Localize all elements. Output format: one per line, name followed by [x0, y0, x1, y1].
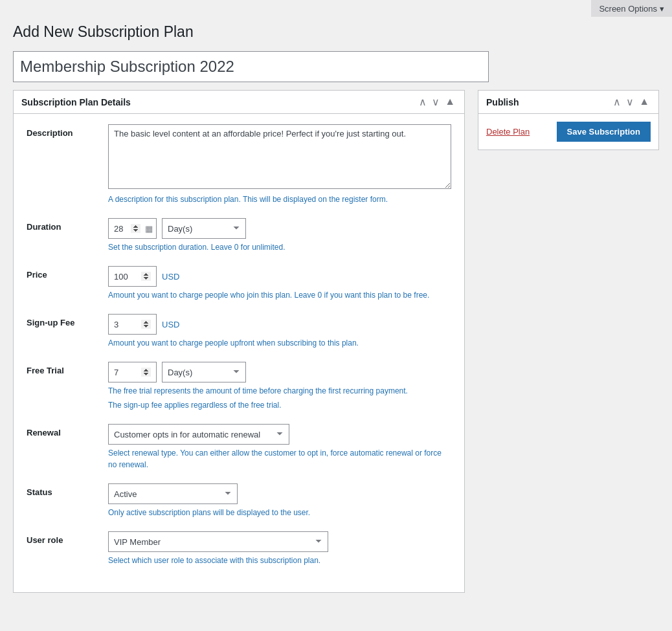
top-bar: Screen Options ▾ — [0, 0, 672, 17]
status-row: Status Active Inactive Only active subsc… — [27, 483, 451, 518]
signup-fee-row: Sign-up Fee USD Amount you want to charg… — [27, 314, 451, 349]
renewal-select[interactable]: Customer opts in for automatic renewal F… — [108, 424, 289, 445]
signup-fee-currency: USD — [162, 320, 179, 329]
page-wrap: Add New Subscription Plan Subscription P… — [0, 17, 672, 606]
price-currency: USD — [162, 272, 179, 282]
publish-body: Delete Plan Save Subscription — [478, 114, 658, 149]
panel-body: Description The basic level content at a… — [14, 114, 464, 592]
page-title: Add New Subscription Plan — [13, 23, 659, 41]
user-role-label: User role — [27, 531, 98, 545]
status-label: Status — [27, 483, 98, 497]
sidebar-column: Publish ∧ ∨ ▲ Delete Plan Save Subscript… — [478, 90, 659, 150]
toggle-icon[interactable]: ▲ — [443, 96, 456, 108]
description-label: Description — [27, 124, 98, 138]
duration-control: ▦ Day(s) Week(s) Month(s) Year(s) Set th… — [108, 218, 451, 253]
renewal-row: Renewal Customer opts in for automatic r… — [27, 424, 451, 470]
free-trial-label: Free Trial — [27, 362, 98, 375]
duration-row: Duration ▦ Day(s) Week(s) Mont — [27, 218, 451, 253]
price-control: USD Amount you want to charge people who… — [108, 266, 451, 301]
duration-help: Set the subscription duration. Leave 0 f… — [108, 241, 451, 253]
screen-options-label: Screen Options — [599, 4, 657, 14]
panel-header: Subscription Plan Details ∧ ∨ ▲ — [14, 91, 464, 114]
description-help: A description for this subscription plan… — [108, 194, 451, 205]
publish-panel: Publish ∧ ∨ ▲ Delete Plan Save Subscript… — [478, 90, 659, 150]
renewal-control: Customer opts in for automatic renewal F… — [108, 424, 451, 470]
publish-header-controls: ∧ ∨ ▲ — [612, 96, 651, 108]
duration-number-input[interactable] — [108, 218, 157, 239]
price-wrap: USD — [108, 266, 451, 287]
free-trial-control: Day(s) Week(s) Month(s) Year(s) The free… — [108, 362, 451, 411]
plan-title-input[interactable] — [13, 51, 489, 82]
status-select[interactable]: Active Inactive — [108, 483, 238, 504]
subscription-plan-details-panel: Subscription Plan Details ∧ ∨ ▲ Descript… — [13, 90, 465, 593]
renewal-label: Renewal — [27, 424, 98, 437]
publish-toggle-icon[interactable]: ▲ — [638, 96, 651, 108]
price-row: Price USD Amount you want to charge peop… — [27, 266, 451, 301]
status-control: Active Inactive Only active subscription… — [108, 483, 451, 518]
free-trial-row: Free Trial Day(s) Week(s) Month(s) Year(… — [27, 362, 451, 411]
duration-unit-select[interactable]: Day(s) Week(s) Month(s) Year(s) — [162, 218, 246, 239]
free-trial-input[interactable] — [108, 362, 157, 382]
publish-header: Publish ∧ ∨ ▲ — [478, 91, 658, 114]
duration-number-wrapper: ▦ — [108, 218, 157, 239]
user-role-control: VIP Member Subscriber Customer Select wh… — [108, 531, 451, 566]
user-role-help: Select which user role to associate with… — [108, 555, 451, 566]
panel-header-controls: ∧ ∨ ▲ — [418, 96, 456, 108]
signup-fee-label: Sign-up Fee — [27, 314, 98, 327]
publish-collapse-down-icon[interactable]: ∨ — [625, 96, 635, 108]
publish-title: Publish — [486, 97, 519, 107]
signup-fee-wrap: USD — [108, 314, 451, 335]
user-role-row: User role VIP Member Subscriber Customer… — [27, 531, 451, 566]
panel-title: Subscription Plan Details — [21, 97, 131, 107]
delete-plan-button[interactable]: Delete Plan — [486, 127, 530, 137]
status-help: Only active subscription plans will be d… — [108, 507, 451, 518]
description-textarea[interactable]: The basic level content at an affordable… — [108, 124, 451, 189]
price-label: Price — [27, 266, 98, 280]
free-trial-help2: The sign-up fee applies regardless of th… — [108, 399, 451, 411]
collapse-down-icon[interactable]: ∨ — [431, 96, 441, 108]
description-control: The basic level content at an affordable… — [108, 124, 451, 205]
free-trial-unit-select[interactable]: Day(s) Week(s) Month(s) Year(s) — [162, 362, 246, 382]
collapse-up-icon[interactable]: ∧ — [418, 96, 428, 108]
free-trial-wrap: Day(s) Week(s) Month(s) Year(s) — [108, 362, 451, 382]
chevron-down-icon: ▾ — [660, 4, 664, 14]
price-input[interactable] — [108, 266, 157, 287]
signup-fee-control: USD Amount you want to charge people upf… — [108, 314, 451, 349]
free-trial-help1: The free trial represents the amount of … — [108, 385, 451, 397]
user-role-select[interactable]: VIP Member Subscriber Customer — [108, 531, 328, 552]
price-help: Amount you want to charge people who joi… — [108, 289, 451, 301]
content-row: Subscription Plan Details ∧ ∨ ▲ Descript… — [13, 90, 659, 593]
description-row: Description The basic level content at a… — [27, 124, 451, 205]
duration-label: Duration — [27, 218, 98, 232]
signup-fee-help: Amount you want to charge people upfront… — [108, 337, 451, 349]
screen-options-button[interactable]: Screen Options ▾ — [591, 0, 672, 17]
publish-collapse-up-icon[interactable]: ∧ — [612, 96, 622, 108]
duration-inputs: ▦ Day(s) Week(s) Month(s) Year(s) — [108, 218, 451, 239]
main-column: Subscription Plan Details ∧ ∨ ▲ Descript… — [13, 90, 465, 593]
signup-fee-input[interactable] — [108, 314, 157, 335]
renewal-help: Select renewal type. You can either allo… — [108, 447, 451, 470]
save-subscription-button[interactable]: Save Subscription — [557, 122, 651, 142]
